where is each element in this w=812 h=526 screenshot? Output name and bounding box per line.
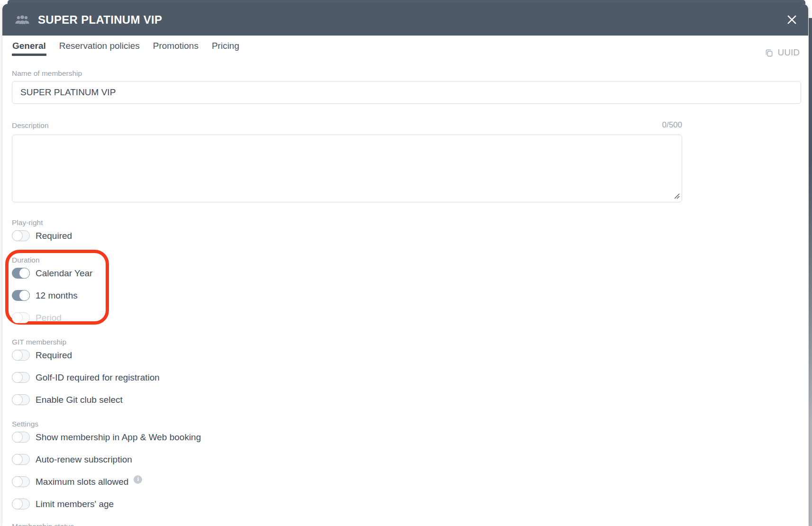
toggle-knob xyxy=(12,394,23,405)
tab-pricing[interactable]: Pricing xyxy=(211,41,240,59)
toggle-row: Limit members' age xyxy=(12,499,799,509)
close-icon xyxy=(786,14,797,25)
name-input[interactable] xyxy=(12,81,801,104)
toggle-row: Required xyxy=(12,230,799,241)
dialog-body: General Reservation policies Promotions … xyxy=(2,41,808,526)
page-background: SUPER PLATINUM VIP General Reservation p… xyxy=(0,0,812,526)
section-duration: Duration Calendar Year 12 months Period xyxy=(12,256,799,323)
toggle-enable-git-club-select[interactable] xyxy=(12,394,30,405)
dialog-header: SUPER PLATINUM VIP xyxy=(2,4,808,36)
toggle-row: Enable Git club select xyxy=(12,394,799,405)
toggle-maximum-slots[interactable] xyxy=(12,476,30,487)
description-textarea[interactable] xyxy=(12,135,682,202)
tab-general[interactable]: General xyxy=(12,41,46,59)
uuid-label: UUID xyxy=(778,47,800,58)
toggle-show-membership-app-web[interactable] xyxy=(12,432,30,443)
section-label: Play-right xyxy=(12,218,799,227)
toggle-git-required[interactable] xyxy=(12,350,30,361)
toggle-knob xyxy=(19,268,30,279)
toggle-knob xyxy=(12,432,23,443)
toggle-auto-renew[interactable] xyxy=(12,454,30,465)
toggle-knob xyxy=(12,454,23,465)
toggle-limit-members-age[interactable] xyxy=(12,499,30,509)
toggle-row: 12 months xyxy=(12,290,799,301)
toggle-12-months[interactable] xyxy=(12,290,30,301)
background-edge-right xyxy=(809,18,812,526)
section-label: Settings xyxy=(12,420,799,428)
toggle-knob xyxy=(12,312,23,323)
section-play-right: Play-right Required xyxy=(12,218,799,241)
section-label: GIT membership xyxy=(12,338,799,346)
toggle-knob xyxy=(12,499,23,509)
name-field-label: Name of membership xyxy=(12,69,799,78)
toggle-knob xyxy=(12,230,23,241)
toggle-knob xyxy=(12,350,23,361)
description-label: Description xyxy=(12,121,49,130)
toggle-knob xyxy=(12,476,23,487)
close-button[interactable] xyxy=(785,13,799,27)
info-icon[interactable] xyxy=(134,475,142,484)
copy-icon xyxy=(765,48,774,57)
toggle-row: Auto-renew subscription xyxy=(12,454,799,465)
section-label: Membership status xyxy=(12,522,799,526)
dialog-title: SUPER PLATINUM VIP xyxy=(38,13,162,27)
tab-reservation-policies[interactable]: Reservation policies xyxy=(59,41,140,59)
toggle-calendar-year[interactable] xyxy=(12,268,30,279)
section-membership-status: Membership status xyxy=(12,522,799,526)
toggle-row: Maximum slots allowed xyxy=(12,476,799,487)
tab-bar: General Reservation policies Promotions … xyxy=(12,41,799,59)
toggle-row: Calendar Year xyxy=(12,268,799,279)
people-group-icon xyxy=(15,14,30,26)
toggle-play-right-required[interactable] xyxy=(12,230,30,241)
toggle-row: Required xyxy=(12,350,799,361)
toggle-period[interactable] xyxy=(12,312,30,323)
toggle-knob xyxy=(19,290,30,301)
section-label: Duration xyxy=(12,256,799,264)
tab-promotions[interactable]: Promotions xyxy=(153,41,199,59)
copy-uuid-button[interactable]: UUID xyxy=(765,47,800,58)
toggle-row: Show membership in App & Web booking xyxy=(12,432,799,443)
toggle-row: Period xyxy=(12,312,799,323)
toggle-row: Golf-ID required for registration xyxy=(12,372,799,383)
toggle-golf-id-required[interactable] xyxy=(12,372,30,383)
membership-dialog: SUPER PLATINUM VIP General Reservation p… xyxy=(2,4,808,526)
character-counter: 0/500 xyxy=(662,120,682,130)
description-header: Description 0/500 xyxy=(12,120,682,130)
section-settings: Settings Show membership in App & Web bo… xyxy=(12,420,799,509)
section-git-membership: GIT membership Required Golf-ID required… xyxy=(12,338,799,405)
toggle-knob xyxy=(12,372,23,383)
